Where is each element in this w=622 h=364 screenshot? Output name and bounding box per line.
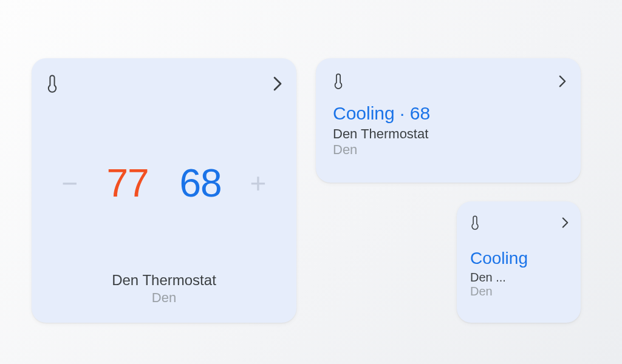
thermostat-card-large[interactable]: − 77 68 + Den Thermostat Den [32,58,296,323]
thermometer-icon [333,73,344,90]
thermometer-icon [470,215,480,231]
status-line: Cooling · 68 [333,103,566,124]
decrease-button[interactable]: − [52,169,88,197]
thermostat-card-small[interactable]: Cooling Den ... Den [457,201,581,323]
increase-button[interactable]: + [240,169,276,197]
chevron-right-icon[interactable] [273,76,282,91]
room-name: Den [333,142,566,158]
device-name: Den Thermostat [46,272,282,289]
thermostat-card-medium[interactable]: Cooling · 68 Den Thermostat Den [316,58,581,183]
chevron-right-icon[interactable] [559,75,566,87]
room-name: Den [46,290,282,306]
device-name: Den Thermostat [333,126,566,142]
thermometer-icon [46,74,58,93]
cool-setpoint: 68 [167,164,234,203]
heat-setpoint: 77 [94,164,161,203]
chevron-right-icon[interactable] [562,217,569,228]
room-name: Den [470,285,569,298]
status-line: Cooling [470,249,569,268]
device-name: Den ... [470,271,569,285]
